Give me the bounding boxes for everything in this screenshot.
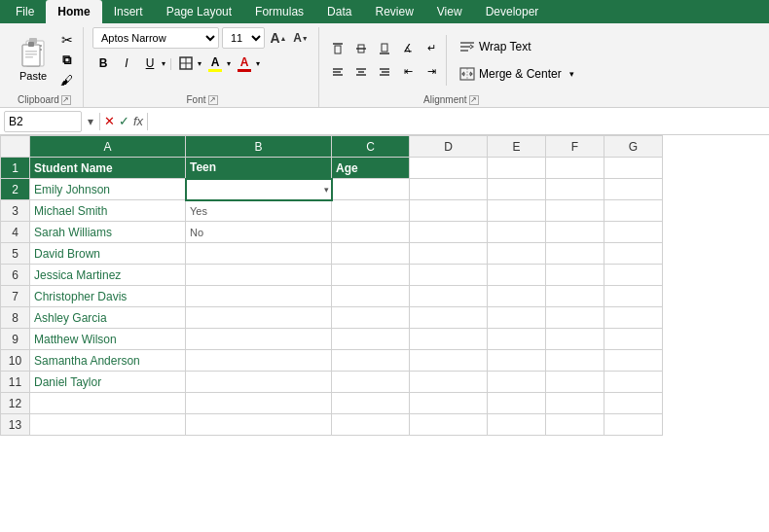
cell-C11[interactable] [332,372,410,393]
cell-A1[interactable]: Student Name [30,158,186,179]
align-bottom-button[interactable] [374,38,395,59]
cell-F2[interactable] [546,179,604,200]
cell-E10[interactable] [488,350,546,372]
col-header-E[interactable]: E [488,136,546,158]
cell-B2[interactable]: ▾ Yes No [186,179,332,200]
cell-E11[interactable] [488,372,546,393]
cell-C10[interactable] [332,350,410,372]
cell-G10[interactable] [604,350,663,372]
cell-D5[interactable] [410,243,488,265]
cell-D9[interactable] [410,329,488,350]
col-header-B[interactable]: B [186,136,332,158]
cell-G9[interactable] [604,329,663,350]
cell-D8[interactable] [410,307,488,329]
tab-developer[interactable]: Developer [474,0,551,23]
cell-G7[interactable] [604,286,663,307]
underline-button[interactable]: U [139,53,161,74]
font-expand-icon[interactable]: ↗ [208,95,218,105]
cell-reference-input[interactable] [4,111,82,132]
cell-F5[interactable] [546,243,604,265]
font-size-select[interactable]: 11 [222,27,265,49]
cell-F13[interactable] [546,414,604,436]
cell-B10[interactable] [186,350,332,372]
bold-button[interactable]: B [92,53,114,74]
cell-B11[interactable] [186,372,332,393]
cell-B12[interactable] [186,393,332,414]
cell-A9[interactable]: Matthew Wilson [30,329,186,350]
cell-C13[interactable] [332,414,410,436]
cell-C12[interactable] [332,393,410,414]
cell-dropdown-arrow[interactable]: ▾ [324,185,329,195]
cell-F12[interactable] [546,393,604,414]
cell-B9[interactable] [186,329,332,350]
cell-G8[interactable] [604,307,663,329]
cell-G3[interactable] [604,200,663,222]
cell-E2[interactable] [488,179,546,200]
cell-F7[interactable] [546,286,604,307]
cell-C6[interactable] [332,265,410,286]
cell-C4[interactable] [332,222,410,243]
confirm-formula-icon[interactable]: ✓ [119,114,129,128]
cell-C1[interactable]: Age [332,158,410,179]
borders-dropdown-arrow[interactable]: ▾ [197,59,202,68]
cell-F11[interactable] [546,372,604,393]
cell-F3[interactable] [546,200,604,222]
cell-D10[interactable] [410,350,488,372]
cell-A7[interactable]: Christopher Davis [30,286,186,307]
cell-F1[interactable] [546,158,604,179]
tab-view[interactable]: View [425,0,474,23]
font-family-select[interactable]: Aptos Narrow [92,27,219,49]
cell-D6[interactable] [410,265,488,286]
cell-G11[interactable] [604,372,663,393]
col-header-G[interactable]: G [604,136,663,158]
cell-C8[interactable] [332,307,410,329]
cell-A11[interactable]: Daniel Taylor [30,372,186,393]
cell-E7[interactable] [488,286,546,307]
col-header-C[interactable]: C [332,136,410,158]
decrease-indent-button[interactable]: ⇤ [397,61,419,83]
cell-A8[interactable]: Ashley Garcia [30,307,186,329]
decrease-font-button[interactable]: A▼ [290,27,311,49]
cell-E9[interactable] [488,329,546,350]
font-color-button[interactable]: A [234,53,255,74]
orientation-button[interactable]: ∡ [397,38,419,59]
cell-F6[interactable] [546,265,604,286]
cell-A4[interactable]: Sarah Williams [30,222,186,243]
align-right-button[interactable] [374,61,395,83]
cell-B8[interactable] [186,307,332,329]
col-header-F[interactable]: F [546,136,604,158]
copy-button[interactable]: ⧉ [56,51,77,70]
paste-button[interactable]: Paste [12,34,55,86]
clipboard-expand-icon[interactable]: ↗ [61,95,71,105]
cell-E8[interactable] [488,307,546,329]
formula-input[interactable] [152,115,765,128]
wrap-text-button[interactable]: ↵ [421,38,442,59]
alignment-expand-icon[interactable]: ↗ [469,95,479,105]
align-left-button[interactable] [327,61,348,83]
cell-D7[interactable] [410,286,488,307]
wrap-text-ribbon-button[interactable]: Wrap Text [453,35,575,58]
font-color-dropdown-arrow[interactable]: ▾ [255,59,261,68]
tab-insert[interactable]: Insert [102,0,155,23]
align-center-button[interactable] [350,61,372,83]
align-middle-button[interactable] [350,38,372,59]
name-box-dropdown[interactable]: ▾ [86,115,95,128]
underline-dropdown-arrow[interactable]: ▾ [161,59,166,68]
tab-page-layout[interactable]: Page Layout [155,0,243,23]
cell-F4[interactable] [546,222,604,243]
insert-function-icon[interactable]: fx [133,114,143,128]
cell-A3[interactable]: Michael Smith [30,200,186,222]
cell-D12[interactable] [410,393,488,414]
cell-F9[interactable] [546,329,604,350]
cell-D11[interactable] [410,372,488,393]
cell-A12[interactable] [30,393,186,414]
cell-D13[interactable] [410,414,488,436]
cell-F8[interactable] [546,307,604,329]
tab-home[interactable]: Home [46,0,101,23]
cell-A13[interactable] [30,414,186,436]
cell-G6[interactable] [604,265,663,286]
cell-A5[interactable]: David Brown [30,243,186,265]
cell-G4[interactable] [604,222,663,243]
cell-F10[interactable] [546,350,604,372]
cell-C7[interactable] [332,286,410,307]
